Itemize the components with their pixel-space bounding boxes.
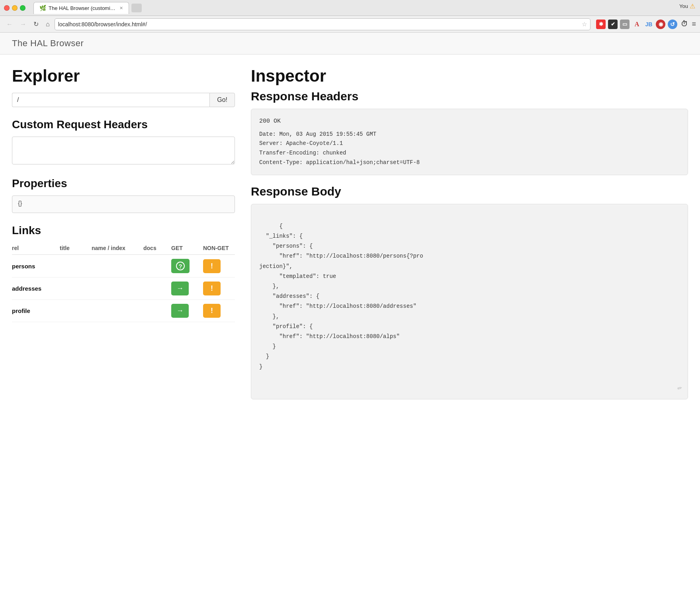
active-tab[interactable]: 🌿 The HAL Browser (customi… ✕ bbox=[33, 2, 129, 14]
ext-check-icon[interactable]: ✔ bbox=[608, 20, 618, 29]
tab-favicon-icon: 🌿 bbox=[39, 5, 46, 11]
response-body-heading: Response Body bbox=[251, 185, 688, 198]
get-button-arrow[interactable]: → bbox=[171, 282, 189, 295]
link-rel: addresses bbox=[12, 278, 60, 300]
response-headers-box: 200 OK Date: Mon, 03 Aug 2015 19:55:45 G… bbox=[251, 109, 688, 175]
link-title bbox=[60, 300, 92, 322]
app-title: The HAL Browser bbox=[12, 38, 84, 48]
col-header-nonget: NON-GET bbox=[203, 242, 235, 255]
response-body-content: { "_links": { "persons": { "href": "http… bbox=[259, 223, 423, 370]
home-button[interactable]: ⌂ bbox=[43, 19, 52, 29]
get-button-arrow[interactable]: → bbox=[171, 304, 189, 318]
response-transfer-encoding: Transfer-Encoding: chunked bbox=[259, 149, 680, 158]
address-input[interactable] bbox=[58, 21, 580, 27]
nonget-button[interactable]: ! bbox=[203, 304, 221, 318]
links-heading: Links bbox=[12, 224, 235, 237]
col-header-title: title bbox=[60, 242, 92, 255]
links-section: Links rel title name / index docs GET NO… bbox=[12, 224, 235, 322]
status-line: 200 OK bbox=[259, 116, 680, 127]
link-name bbox=[92, 300, 143, 322]
app-header: The HAL Browser bbox=[0, 33, 700, 55]
minimize-button[interactable] bbox=[12, 5, 18, 11]
custom-headers-heading: Custom Request Headers bbox=[12, 118, 235, 131]
link-get: → bbox=[171, 278, 203, 300]
response-content-type: Content-Type: application/hal+json;chars… bbox=[259, 158, 680, 168]
link-nonget: ! bbox=[203, 300, 235, 322]
col-header-get: GET bbox=[171, 242, 203, 255]
link-nonget: ! bbox=[203, 278, 235, 300]
link-title bbox=[60, 278, 92, 300]
tab-bar: 🌿 The HAL Browser (customi… ✕ bbox=[33, 2, 696, 14]
back-button[interactable]: ← bbox=[4, 19, 15, 29]
close-button[interactable] bbox=[4, 5, 10, 11]
link-docs bbox=[143, 255, 171, 278]
explorer-panel: Explorer Go! Custom Request Headers Prop… bbox=[12, 66, 235, 322]
nonget-button[interactable]: ! bbox=[203, 259, 221, 273]
ext-clock-icon[interactable]: ⏱ bbox=[680, 20, 689, 29]
link-get: → bbox=[171, 300, 203, 322]
user-badge: You ⚠ bbox=[679, 2, 695, 10]
reload-button[interactable]: ↻ bbox=[31, 19, 41, 29]
response-headers-heading: Response Headers bbox=[251, 90, 688, 103]
pencil-icon: ✏ bbox=[675, 380, 684, 395]
link-title bbox=[60, 255, 92, 278]
links-table: rel title name / index docs GET NON-GET … bbox=[12, 242, 235, 322]
properties-box: {} bbox=[12, 196, 235, 213]
custom-headers-section: Custom Request Headers bbox=[12, 118, 235, 166]
table-row: persons?! bbox=[12, 255, 235, 278]
explorer-heading: Explorer bbox=[12, 66, 235, 86]
inspector-heading: Inspector bbox=[251, 66, 688, 86]
link-docs bbox=[143, 300, 171, 322]
col-header-rel: rel bbox=[12, 242, 60, 255]
traffic-lights bbox=[4, 5, 25, 11]
nav-bar: ← → ↻ ⌂ ☆ ✱ ✔ ▭ A JB ◉ ↺ ⏱ ≡ bbox=[0, 16, 700, 33]
link-rel: profile bbox=[12, 300, 60, 322]
new-tab-button[interactable] bbox=[131, 4, 142, 12]
ext-a-icon[interactable]: A bbox=[632, 20, 641, 29]
url-row: Go! bbox=[12, 93, 235, 107]
get-button-question[interactable]: ? bbox=[171, 259, 190, 273]
ext-cast-icon[interactable]: ▭ bbox=[620, 20, 630, 29]
tab-title: The HAL Browser (customi… bbox=[49, 5, 115, 11]
user-label: You bbox=[679, 3, 688, 9]
table-row: addresses→! bbox=[12, 278, 235, 300]
warning-icon: ⚠ bbox=[690, 2, 695, 10]
nonget-button[interactable]: ! bbox=[203, 282, 221, 295]
properties-heading: Properties bbox=[12, 177, 235, 190]
address-bar: ☆ bbox=[55, 18, 591, 30]
response-body-box: { "_links": { "persons": { "href": "http… bbox=[251, 204, 688, 399]
link-rel: persons bbox=[12, 255, 60, 278]
main-content: Explorer Go! Custom Request Headers Prop… bbox=[0, 55, 700, 411]
table-row: profile→! bbox=[12, 300, 235, 322]
bookmark-icon[interactable]: ☆ bbox=[582, 21, 587, 28]
col-header-docs: docs bbox=[143, 242, 171, 255]
extension-icons: ✱ ✔ ▭ A JB ◉ ↺ ⏱ ≡ bbox=[596, 20, 696, 29]
link-nonget: ! bbox=[203, 255, 235, 278]
ext-jb-icon[interactable]: JB bbox=[644, 20, 653, 29]
go-button[interactable]: Go! bbox=[209, 93, 235, 107]
inspector-panel: Inspector Response Headers 200 OK Date: … bbox=[251, 66, 688, 399]
col-header-name: name / index bbox=[92, 242, 143, 255]
forward-button[interactable]: → bbox=[18, 19, 29, 29]
menu-icon[interactable]: ≡ bbox=[692, 20, 696, 28]
properties-section: Properties {} bbox=[12, 177, 235, 213]
ext-asterisk-icon[interactable]: ✱ bbox=[596, 20, 606, 29]
link-get: ? bbox=[171, 255, 203, 278]
url-input[interactable] bbox=[12, 93, 209, 107]
tab-close-icon[interactable]: ✕ bbox=[119, 6, 123, 11]
link-docs bbox=[143, 278, 171, 300]
custom-headers-textarea[interactable] bbox=[12, 137, 235, 164]
ext-refresh-icon[interactable]: ↺ bbox=[668, 20, 677, 29]
response-date: Date: Mon, 03 Aug 2015 19:55:45 GMT bbox=[259, 130, 680, 139]
title-bar: 🌿 The HAL Browser (customi… ✕ You ⚠ bbox=[0, 0, 700, 16]
link-name bbox=[92, 278, 143, 300]
maximize-button[interactable] bbox=[20, 5, 25, 11]
response-server: Server: Apache-Coyote/1.1 bbox=[259, 139, 680, 149]
ext-circle-icon[interactable]: ◉ bbox=[656, 20, 665, 29]
link-name bbox=[92, 255, 143, 278]
